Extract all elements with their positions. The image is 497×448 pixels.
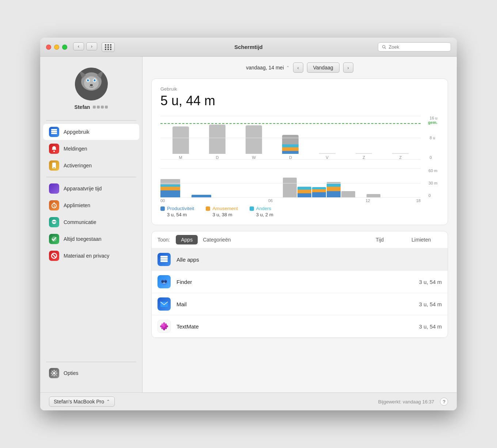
legend-dot-productiviteit	[160, 206, 165, 211]
app-row-finder[interactable]: Finder 3 u, 54 m	[152, 271, 448, 293]
user-name-row: Stefan	[75, 104, 108, 110]
week-label-m: M	[179, 155, 182, 160]
week-bar-w	[246, 125, 262, 154]
svg-point-11	[94, 79, 96, 81]
svg-rect-31	[160, 260, 168, 262]
h-col-12c	[312, 187, 326, 198]
app-name-finder: Finder	[177, 279, 413, 285]
sidebar-item-activeringen[interactable]: Activeringen	[43, 157, 139, 174]
legend-row-productiviteit: Productiviteit	[160, 206, 194, 211]
sidebar-label-opties: Opties	[64, 370, 78, 376]
app-icon-textmate	[158, 320, 171, 333]
usage-label: Gebruik	[160, 86, 439, 92]
app-list: Alle apps	[152, 248, 448, 338]
sidebar-item-opties[interactable]: Opties	[43, 365, 139, 381]
prev-date-button[interactable]: ‹	[293, 62, 303, 73]
hourly-chart: 60 m 30 m 0	[160, 168, 421, 201]
hourly-label-06: 06	[268, 198, 273, 203]
window-title: Schermtijd	[234, 44, 263, 50]
h-bar-12b	[297, 187, 311, 198]
app-list-card: Toon: Apps Categorieën Tijd Limieten	[151, 231, 448, 338]
forward-button[interactable]: ›	[86, 42, 97, 50]
minimize-button[interactable]	[54, 45, 59, 50]
help-button[interactable]: ?	[440, 398, 448, 406]
week-col-z2: Z	[384, 153, 417, 160]
content-area: Stefan	[40, 57, 457, 392]
h-seg-12d-b	[327, 191, 341, 198]
sidebar-item-meldingen[interactable]: Meldingen	[43, 141, 139, 157]
legend-item-productiviteit: Productiviteit 3 u, 54 m	[160, 206, 194, 217]
average-line	[160, 123, 421, 124]
h-bar-13a	[367, 194, 380, 198]
app-time-finder: 3 u, 54 m	[419, 279, 442, 285]
bottom-bar: Stefan's MacBook Pro ⌃ Bijgewerkt: vanda…	[40, 392, 457, 410]
date-label: vandaag, 14 mei ⌃	[246, 65, 289, 71]
svg-point-12	[87, 80, 88, 80]
grid-view-button[interactable]	[102, 42, 115, 52]
svg-point-13	[94, 80, 95, 80]
app-row-alle-apps[interactable]: Alle apps	[152, 248, 448, 271]
sidebar-item-appgebruik[interactable]: Appgebruik	[43, 124, 139, 140]
sidebar-item-altijd-toegestaan[interactable]: Altijd toegestaan	[43, 231, 139, 247]
legend-name-productiviteit: Productiviteit	[167, 206, 194, 211]
hourly-label-18: 18	[416, 198, 421, 203]
legend-dot-amusement	[206, 206, 210, 211]
h-col-12b	[297, 187, 311, 198]
week-bar-d2	[282, 135, 299, 154]
mail-icon	[160, 300, 168, 308]
svg-rect-17	[51, 129, 57, 130]
sidebar-item-materiaal-privacy[interactable]: Materiaal en privacy	[43, 248, 139, 264]
sidebar-item-communicatie[interactable]: Communicatie	[43, 214, 139, 230]
bar-seg-gray	[282, 135, 299, 144]
tab-categorieen[interactable]: Categorieën	[198, 235, 236, 244]
svg-point-14	[90, 84, 93, 86]
sidebar-divider-bottom	[46, 362, 136, 362]
svg-line-1	[385, 48, 386, 49]
toon-col-tijd: Tijd	[376, 237, 384, 243]
week-col-d2: D	[274, 135, 307, 160]
fullscreen-button[interactable]	[62, 45, 67, 50]
search-box[interactable]	[378, 42, 451, 52]
sidebar-label-appgebruik: Appgebruik	[64, 129, 90, 135]
week-bar-v	[319, 153, 335, 154]
hourly-chart-inner: 60 m 30 m 0	[160, 168, 421, 201]
search-input[interactable]	[389, 44, 447, 50]
h-seg-12c-b	[312, 192, 326, 198]
h-bar-12c	[312, 187, 326, 198]
sidebar-item-apparaatvrije-tijd[interactable]: Apparaatvrije tijd	[43, 181, 139, 197]
hourly-y-bot: 0	[429, 193, 437, 198]
h-seg-12d-c	[327, 184, 341, 187]
sidebar-divider-mid	[46, 177, 136, 177]
avatar-image	[75, 68, 108, 100]
close-button[interactable]	[46, 45, 51, 50]
week-bars-container: M D W	[160, 116, 421, 160]
forward-icon: ›	[91, 43, 92, 49]
sidebar-item-applimieten[interactable]: Applimieten	[43, 197, 139, 213]
back-button[interactable]: ‹	[73, 42, 84, 50]
week-y-label-mid: 8 u	[430, 136, 437, 140]
today-button[interactable]: Vandaag	[307, 62, 339, 73]
week-col-d1: D	[201, 125, 234, 160]
check-icon	[49, 234, 59, 244]
avatar	[75, 68, 108, 100]
toon-col-limieten: Limieten	[411, 237, 431, 243]
week-label-z1: Z	[363, 155, 365, 160]
next-date-button[interactable]: ›	[343, 62, 353, 73]
week-label-v: V	[326, 155, 329, 160]
app-row-textmate[interactable]: TextMate 3 u, 54 m	[152, 315, 448, 338]
svg-rect-20	[53, 167, 55, 168]
finder-icon	[160, 277, 168, 286]
h-seg-blue	[160, 190, 180, 198]
app-time-textmate: 3 u, 54 m	[419, 323, 442, 330]
tab-apps[interactable]: Apps	[176, 235, 198, 244]
user-section: Stefan	[40, 64, 142, 117]
app-row-mail[interactable]: Mail 3 u, 54 m	[152, 293, 448, 315]
hourly-label-12: 12	[365, 198, 370, 203]
week-label-w: W	[252, 155, 256, 160]
device-select[interactable]: Stefan's MacBook Pro ⌃	[49, 396, 115, 407]
nav-buttons: ‹ ›	[73, 42, 115, 52]
sidebar-bottom: Opties	[40, 355, 142, 385]
svg-point-30	[53, 372, 55, 374]
sidebar: Stefan	[40, 57, 143, 392]
svg-point-26	[55, 221, 56, 223]
